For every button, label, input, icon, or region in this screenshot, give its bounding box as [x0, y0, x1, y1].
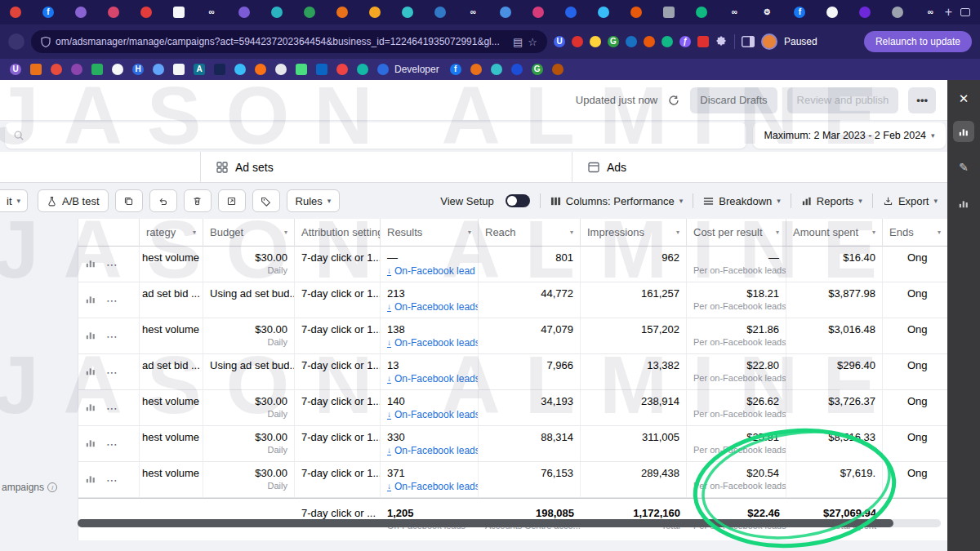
refresh-icon[interactable]: [667, 94, 680, 107]
header-amount-spent[interactable]: Amount spent▾: [786, 219, 883, 247]
pinned-tab-icon[interactable]: ⚙: [761, 7, 773, 18]
bookmark-icon[interactable]: [511, 64, 523, 75]
bookmark-icon[interactable]: H: [132, 64, 144, 75]
pinned-tab-icon[interactable]: f: [794, 7, 805, 18]
row-more-icon[interactable]: ⋯: [106, 438, 118, 451]
row-insights-chart-icon[interactable]: [85, 437, 96, 451]
edit-button[interactable]: it▾: [0, 189, 28, 212]
results-link[interactable]: ↓ On-Facebook leads: [387, 409, 471, 420]
row-insights-chart-icon[interactable]: [85, 401, 96, 415]
reader-mode-icon[interactable]: ▤: [513, 36, 523, 48]
row-insights-chart-icon[interactable]: [85, 365, 96, 379]
review-publish-button[interactable]: Review and publish: [787, 87, 899, 113]
new-tab-button[interactable]: +: [945, 6, 952, 19]
relaunch-button[interactable]: Relaunch to update: [864, 31, 972, 52]
tab-ad-sets[interactable]: Ad sets: [200, 152, 572, 182]
bookmark-icon[interactable]: [275, 64, 287, 75]
pinned-tab-icon[interactable]: ∞: [924, 7, 936, 18]
bookmark-icon[interactable]: [112, 64, 123, 75]
export-dropdown[interactable]: Export▾: [883, 195, 938, 207]
results-link[interactable]: ↓ On-Facebook leads: [387, 481, 471, 492]
extension-icon[interactable]: [626, 36, 637, 47]
side-panel-icon[interactable]: [742, 36, 755, 47]
extension-icon[interactable]: U: [554, 36, 565, 47]
pinned-tab-icon[interactable]: [434, 7, 446, 18]
row-more-icon[interactable]: ⋯: [106, 473, 118, 487]
pinned-tab-icon[interactable]: [75, 7, 87, 18]
row-more-icon[interactable]: ⋯: [106, 366, 118, 379]
extension-icon[interactable]: [662, 36, 673, 47]
header-results[interactable]: Results▾: [381, 219, 479, 247]
pinned-tab-icon[interactable]: [271, 7, 283, 18]
tab-ads[interactable]: Ads: [572, 152, 947, 182]
edit-tool-icon[interactable]: ✎: [953, 157, 974, 178]
duplicate-button[interactable]: [115, 189, 143, 212]
pinned-tab-icon[interactable]: ∞: [206, 7, 217, 18]
extension-icon[interactable]: [590, 36, 601, 47]
bookmark-icon[interactable]: [491, 64, 502, 75]
view-setup-toggle[interactable]: View Setup: [440, 194, 530, 207]
pinned-tab-icon[interactable]: [10, 7, 21, 18]
row-more-icon[interactable]: ⋯: [106, 258, 118, 271]
bookmark-icon[interactable]: [357, 64, 368, 75]
bookmark-icon[interactable]: [214, 64, 225, 75]
pinned-tab-icon[interactable]: [238, 7, 250, 18]
bookmark-icon[interactable]: [91, 64, 103, 75]
row-more-icon[interactable]: ⋯: [106, 294, 118, 307]
bar-chart-tool-icon[interactable]: [953, 193, 974, 214]
pinned-tab-icon[interactable]: [630, 7, 642, 18]
header-impressions[interactable]: Impressions▾: [581, 219, 687, 247]
columns-dropdown[interactable]: Columns: Performance▾: [550, 195, 683, 207]
pinned-tab-icon[interactable]: [108, 7, 119, 18]
header-reach[interactable]: Reach▾: [479, 219, 581, 247]
row-insights-chart-icon[interactable]: [85, 293, 96, 307]
bookmark-icon[interactable]: [30, 64, 42, 75]
bookmark-icon[interactable]: [71, 64, 82, 75]
row-more-icon[interactable]: ⋯: [106, 402, 118, 415]
pinned-tab-icon[interactable]: ∞: [728, 7, 740, 18]
scrollbar-thumb[interactable]: [78, 519, 893, 527]
boost-button[interactable]: [218, 189, 246, 212]
pinned-tab-icon[interactable]: f: [42, 7, 54, 18]
extension-icon[interactable]: ƒ: [679, 36, 691, 47]
ab-test-button[interactable]: A/B test: [38, 189, 109, 212]
extension-icon[interactable]: G: [608, 36, 619, 47]
header-attribution[interactable]: Attribution setting▾: [295, 219, 381, 247]
bookmark-icon[interactable]: [255, 64, 266, 75]
undo-button[interactable]: [149, 189, 177, 212]
profile-name[interactable]: Paused: [784, 36, 817, 47]
profile-avatar[interactable]: [761, 33, 777, 50]
header-budget[interactable]: Budget▾: [203, 219, 295, 247]
pinned-tab-icon[interactable]: [336, 7, 348, 18]
discard-drafts-button[interactable]: Discard Drafts: [690, 87, 777, 113]
bookmark-icon[interactable]: G: [532, 64, 543, 75]
pinned-tab-icon[interactable]: [859, 7, 871, 18]
row-insights-chart-icon[interactable]: [85, 473, 96, 487]
row-insights-chart-icon[interactable]: [85, 257, 96, 271]
bookmark-icon[interactable]: [51, 64, 62, 75]
pinned-tab-icon[interactable]: [892, 7, 903, 18]
pinned-tab-icon[interactable]: [696, 7, 707, 18]
bookmark-icon[interactable]: [234, 64, 246, 75]
bookmark-icon[interactable]: [470, 64, 482, 75]
pinned-tab-icon[interactable]: [369, 7, 381, 18]
pinned-tab-icon[interactable]: ∞: [467, 7, 479, 18]
pinned-tab-icon[interactable]: [663, 7, 675, 18]
bookmark-icon[interactable]: [316, 64, 327, 75]
pinned-tab-icon[interactable]: [140, 7, 152, 18]
window-icon[interactable]: [960, 8, 970, 16]
header-strategy[interactable]: rategy▾: [140, 219, 203, 247]
site-info-icon[interactable]: [41, 37, 51, 47]
pinned-tab-icon[interactable]: [532, 7, 544, 18]
bookmark-icon[interactable]: U: [10, 64, 21, 75]
reports-dropdown[interactable]: Reports▾: [801, 195, 862, 207]
breakdown-dropdown[interactable]: Breakdown▾: [703, 195, 781, 207]
bookmark-icon[interactable]: [336, 64, 348, 75]
extensions-puzzle-icon[interactable]: [715, 36, 728, 48]
extension-icon[interactable]: [572, 36, 583, 47]
extension-icon[interactable]: [644, 36, 655, 47]
bookmark-icon[interactable]: [173, 64, 185, 75]
bookmark-icon[interactable]: A: [194, 64, 205, 75]
pinned-tab-icon[interactable]: [304, 7, 315, 18]
results-link[interactable]: ↓ On-Facebook leads: [387, 373, 471, 384]
